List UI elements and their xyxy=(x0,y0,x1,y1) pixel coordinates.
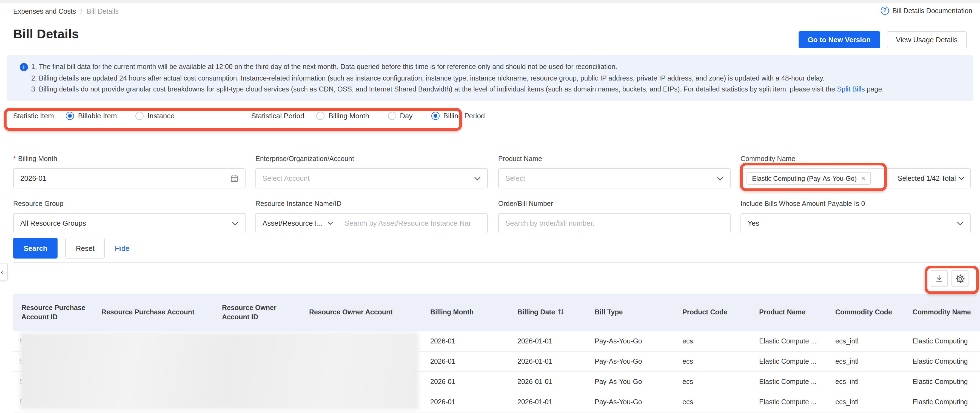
cell-product-name: Elastic Compute ... xyxy=(759,358,835,365)
resource-group-select[interactable]: All Resource Groups xyxy=(13,213,245,234)
notice-banner: i 1. The final bill data for the current… xyxy=(6,55,974,101)
cell-product-code: ecs xyxy=(682,358,759,365)
col-product-name[interactable]: Product Name xyxy=(759,308,835,317)
doc-link-label: Bill Details Documentation xyxy=(892,7,972,14)
col-resource-owner-account[interactable]: Resource Owner Account xyxy=(309,308,430,317)
table-toolbar xyxy=(931,270,969,287)
breadcrumb-separator: / xyxy=(80,8,82,15)
radio-icon xyxy=(316,112,325,120)
cell-billing-month: 2026-01 xyxy=(430,398,517,406)
chevron-down-icon xyxy=(717,176,724,181)
order-number-label: Order/Bill Number xyxy=(498,200,553,208)
billing-month-label: Billing Month xyxy=(13,155,57,163)
cell-commodity-name: Elastic Computing xyxy=(913,378,980,386)
resource-instance-search-input[interactable] xyxy=(345,219,481,227)
split-bills-link[interactable]: Split Bills xyxy=(837,86,865,93)
reset-button[interactable]: Reset xyxy=(65,238,105,259)
commodity-selected-summary[interactable]: Selected 1/42 Total xyxy=(898,175,965,182)
cell-billing-date: 2026-01-01 xyxy=(517,398,595,406)
tag-close-icon[interactable]: × xyxy=(861,175,865,182)
cell-product-name: Elastic Compute ... xyxy=(759,398,835,406)
resource-instance-field: Asset/Resource I... xyxy=(255,213,488,234)
resource-instance-type-select[interactable]: Asset/Resource I... xyxy=(262,214,339,233)
chevron-down-icon xyxy=(474,176,481,181)
cell-billing-date: 2026-01-01 xyxy=(517,337,595,345)
search-button[interactable]: Search xyxy=(13,238,58,259)
calendar-icon xyxy=(230,174,239,183)
radio-billing-month[interactable]: Billing Month xyxy=(316,112,369,120)
radio-day[interactable]: Day xyxy=(388,112,412,120)
resource-group-value: All Resource Groups xyxy=(20,219,228,227)
hide-link[interactable]: Hide xyxy=(115,244,130,252)
cell-product-code: ecs xyxy=(682,398,759,406)
billing-month-field[interactable]: 2026-01 xyxy=(13,168,245,188)
cell-product-code: ecs xyxy=(682,337,759,345)
account-label: Enterprise/Organization/Account xyxy=(255,155,354,163)
download-button[interactable] xyxy=(931,270,948,287)
account-select[interactable]: Select Account xyxy=(255,168,488,188)
cell-commodity-name: Elastic Computing xyxy=(913,358,980,365)
col-commodity-code[interactable]: Commodity Code xyxy=(835,308,913,317)
question-circle-icon: ? xyxy=(881,6,889,15)
breadcrumb-parent[interactable]: Expenses and Costs xyxy=(13,8,76,15)
statistical-period-label: Statistical Period xyxy=(251,112,304,120)
info-icon: i xyxy=(20,63,28,71)
radio-icon xyxy=(135,112,143,120)
radio-icon xyxy=(388,112,396,120)
cell-commodity-code: ecs_intl xyxy=(835,378,913,386)
filter-actions: Search Reset Hide xyxy=(13,238,129,259)
resource-group-label: Resource Group xyxy=(13,200,63,208)
product-name-select[interactable]: Select xyxy=(498,168,730,188)
commodity-tag-label: Elastic Computing (Pay-As-You-Go) xyxy=(752,175,857,182)
cell-product-name: Elastic Compute ... xyxy=(759,378,835,386)
breadcrumb-current: Bill Details xyxy=(87,8,119,15)
notice-line-1: 1. The final bill data for the current m… xyxy=(31,61,617,73)
radio-instance[interactable]: Instance xyxy=(135,112,174,120)
cell-billing-month: 2026-01 xyxy=(430,358,517,365)
cell-commodity-code: ecs_intl xyxy=(835,398,913,406)
radio-icon-selected xyxy=(431,112,439,120)
include-zero-select[interactable]: Yes xyxy=(740,213,971,234)
go-to-new-version-button[interactable]: Go to New Version xyxy=(798,31,880,48)
commodity-name-multiselect[interactable]: Elastic Computing (Pay-As-You-Go) × Sele… xyxy=(740,168,971,188)
chevron-down-icon xyxy=(957,221,964,226)
collapse-sidebar-button[interactable]: ‹ xyxy=(0,263,8,281)
col-billing-date[interactable]: Billing Date xyxy=(517,308,595,317)
order-number-input[interactable] xyxy=(505,219,724,227)
download-icon xyxy=(935,275,943,283)
col-resource-purchase-account-id[interactable]: Resource Purchase Account ID xyxy=(13,303,102,322)
top-strip xyxy=(0,0,980,3)
cell-commodity-name: Elastic Computing xyxy=(913,337,980,345)
doc-link[interactable]: ? Bill Details Documentation xyxy=(881,6,972,15)
billing-month-value: 2026-01 xyxy=(20,174,226,183)
product-name-label: Product Name xyxy=(498,155,542,163)
chevron-down-icon xyxy=(327,221,333,225)
account-placeholder: Select Account xyxy=(262,174,470,183)
col-resource-owner-account-id[interactable]: Resource Owner Account ID xyxy=(222,303,309,322)
radio-billable-item[interactable]: Billable Item xyxy=(66,112,117,120)
sort-icon[interactable] xyxy=(558,308,564,315)
cell-bill-type: Pay-As-You-Go xyxy=(595,358,682,365)
cell-billing-month: 2026-01 xyxy=(430,378,517,386)
table-header-row: Resource Purchase Account ID Resource Pu… xyxy=(13,294,980,331)
radio-billing-period[interactable]: Billing Period xyxy=(431,112,485,120)
breadcrumb: Expenses and Costs / Bill Details xyxy=(13,8,119,15)
col-resource-purchase-account[interactable]: Resource Purchase Account xyxy=(102,308,222,317)
order-number-field xyxy=(498,213,730,234)
col-billing-month[interactable]: Billing Month xyxy=(430,308,517,317)
cell-billing-month: 2026-01 xyxy=(430,337,517,345)
col-commodity-name[interactable]: Commodity Name xyxy=(913,308,980,317)
settings-button[interactable] xyxy=(951,270,969,287)
cell-bill-type: Pay-As-You-Go xyxy=(595,398,682,406)
cell-commodity-code: ecs_intl xyxy=(835,358,913,365)
radio-icon-selected xyxy=(66,112,74,120)
view-usage-details-button[interactable]: View Usage Details xyxy=(886,31,967,48)
cell-billing-date: 2026-01-01 xyxy=(517,378,595,386)
header-actions: Go to New Version View Usage Details xyxy=(798,31,967,48)
col-product-code[interactable]: Product Code xyxy=(682,308,759,317)
commodity-tag[interactable]: Elastic Computing (Pay-As-You-Go) × xyxy=(746,172,871,184)
col-bill-type[interactable]: Bill Type xyxy=(595,308,682,317)
notice-line-2: 2. Billing details are updated 24 hours … xyxy=(31,73,825,84)
cell-commodity-code: ecs_intl xyxy=(835,337,913,345)
statistic-options-row: Statistic Item Billable Item Instance St… xyxy=(13,112,503,120)
